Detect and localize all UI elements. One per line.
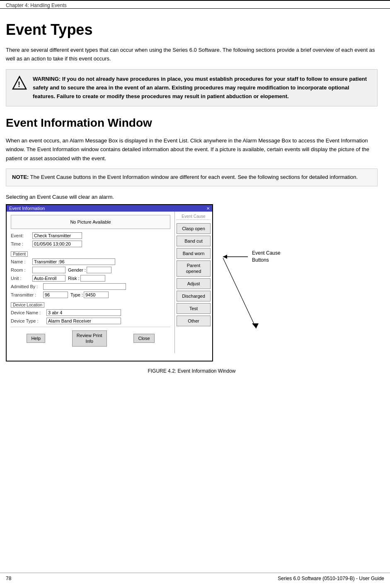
warning-icon: ! bbox=[12, 75, 27, 93]
event-cause-label: Event Cause bbox=[177, 214, 211, 220]
name-value: Transmitter :96 bbox=[32, 258, 115, 265]
type-label: Type : bbox=[70, 292, 83, 297]
window-title: Event Information bbox=[9, 206, 45, 211]
page-number: 78 bbox=[6, 576, 11, 581]
gender-label: Gender : bbox=[68, 267, 86, 272]
no-picture-area: No Picture Available bbox=[11, 215, 170, 229]
selecting-text: Selecting an Event Cause will clear an a… bbox=[6, 194, 378, 200]
svg-text:!: ! bbox=[18, 80, 20, 89]
risk-value bbox=[80, 275, 105, 282]
window-bottom-buttons: Help Review Print Info Close bbox=[11, 327, 170, 350]
window-titlebar: Event Information ✕ bbox=[7, 205, 212, 212]
cause-btn-clasp-open[interactable]: Clasp open bbox=[177, 223, 211, 234]
event-cause-panel: Event Cause Clasp open Band cut Band wor… bbox=[175, 212, 212, 353]
section2-title: Event Information Window bbox=[6, 116, 378, 130]
time-value: 01/05/06 13:00:20 bbox=[32, 241, 82, 247]
device-type-value: Alarm Band Receiver bbox=[46, 318, 121, 324]
event-label: Event: bbox=[11, 233, 32, 238]
warning-box: ! WARNING: If you do not already have pr… bbox=[6, 69, 378, 106]
transmitter-value: 96 bbox=[43, 292, 68, 298]
event-value: Check Transmitter bbox=[32, 232, 82, 239]
device-type-label: Device Type : bbox=[11, 318, 46, 323]
diagram-area: Event Information ✕ No Picture Available… bbox=[6, 204, 378, 361]
device-section: Device Location Device Name : 3 abr 4 De… bbox=[11, 301, 170, 324]
device-name-row: Device Name : 3 abr 4 bbox=[11, 309, 170, 316]
name-label: Name : bbox=[11, 259, 32, 264]
note-label: NOTE: bbox=[12, 174, 29, 180]
warning-text: WARNING: If you do not already have proc… bbox=[33, 75, 371, 101]
annotation-label1: Event Cause bbox=[252, 250, 281, 256]
chapter-title: Chapter 4: Handling Events bbox=[6, 2, 67, 8]
unit-risk-row: Unit : Auto-Enroll Risk : bbox=[11, 275, 170, 282]
review-print-button[interactable]: Review Print Info bbox=[72, 330, 107, 347]
note-text: The Event Cause buttons in the Event Inf… bbox=[30, 174, 358, 180]
patient-section-label: Patient bbox=[11, 251, 28, 257]
time-label: Time : bbox=[11, 241, 32, 246]
svg-marker-5 bbox=[252, 323, 259, 328]
device-name-value: 3 abr 4 bbox=[46, 309, 121, 316]
chapter-header: Chapter 4: Handling Events bbox=[0, 0, 390, 8]
device-name-label: Device Name : bbox=[11, 310, 46, 315]
cause-btn-adjust[interactable]: Adjust bbox=[177, 278, 211, 289]
room-gender-row: Room : Gender : bbox=[11, 267, 170, 273]
window-left-panel: No Picture Available Event: Check Transm… bbox=[7, 212, 175, 353]
section2-body1: When an event occurs, an Alarm Message B… bbox=[6, 136, 378, 163]
help-button[interactable]: Help bbox=[27, 334, 45, 343]
note-box: NOTE: The Event Cause buttons in the Eve… bbox=[6, 169, 378, 186]
cause-btn-band-cut[interactable]: Band cut bbox=[177, 236, 211, 246]
admitted-label: Admitted By : bbox=[11, 284, 43, 289]
event-field-row: Event: Check Transmitter bbox=[11, 232, 170, 239]
unit-value: Auto-Enroll bbox=[32, 275, 65, 282]
cause-btn-test[interactable]: Test bbox=[177, 303, 211, 314]
annotation-area: Event Cause Buttons bbox=[219, 204, 281, 265]
product-info: Series 6.0 Software (0510-1079-B) - User… bbox=[278, 576, 384, 581]
section1-title: Event Types bbox=[6, 21, 378, 39]
window-close-icon[interactable]: ✕ bbox=[206, 206, 210, 211]
transmitter-label: Transmitter : bbox=[11, 292, 43, 297]
transmitter-type-row: Transmitter : 96 Type : 9450 bbox=[11, 292, 170, 298]
risk-label: Risk : bbox=[68, 276, 80, 281]
svg-line-4 bbox=[223, 258, 256, 328]
page-footer: 78 Series 6.0 Software (0510-1079-B) - U… bbox=[0, 573, 390, 584]
no-picture-text: No Picture Available bbox=[70, 219, 111, 224]
patient-section: Patient Name : Transmitter :96 Room : Ge… bbox=[11, 250, 170, 298]
section1-intro: There are several different event types … bbox=[6, 46, 378, 63]
gender-value bbox=[87, 267, 111, 273]
unit-label: Unit : bbox=[11, 276, 32, 281]
type-value: 9450 bbox=[84, 292, 109, 298]
admitted-row: Admitted By : bbox=[11, 283, 170, 290]
close-button[interactable]: Close bbox=[133, 334, 154, 343]
cause-btn-parent-opened[interactable]: Parent opened bbox=[177, 260, 211, 277]
device-type-row: Device Type : Alarm Band Receiver bbox=[11, 318, 170, 324]
cause-btn-band-worn[interactable]: Band worn bbox=[177, 248, 211, 259]
admitted-value bbox=[43, 283, 126, 290]
room-value bbox=[32, 267, 65, 273]
time-field-row: Time : 01/05/06 13:00:20 bbox=[11, 241, 170, 247]
annotation-line bbox=[219, 258, 260, 333]
cause-btn-other[interactable]: Other bbox=[177, 316, 211, 326]
room-label: Room : bbox=[11, 267, 32, 272]
window-body: No Picture Available Event: Check Transm… bbox=[7, 212, 212, 353]
name-field-row: Name : Transmitter :96 bbox=[11, 258, 170, 265]
cause-btn-discharged[interactable]: Discharged bbox=[177, 291, 211, 301]
figure-caption: FIGURE 4.2: Event Information Window bbox=[6, 368, 378, 374]
device-section-label: Device Location bbox=[11, 302, 44, 308]
event-window: Event Information ✕ No Picture Available… bbox=[6, 204, 213, 361]
